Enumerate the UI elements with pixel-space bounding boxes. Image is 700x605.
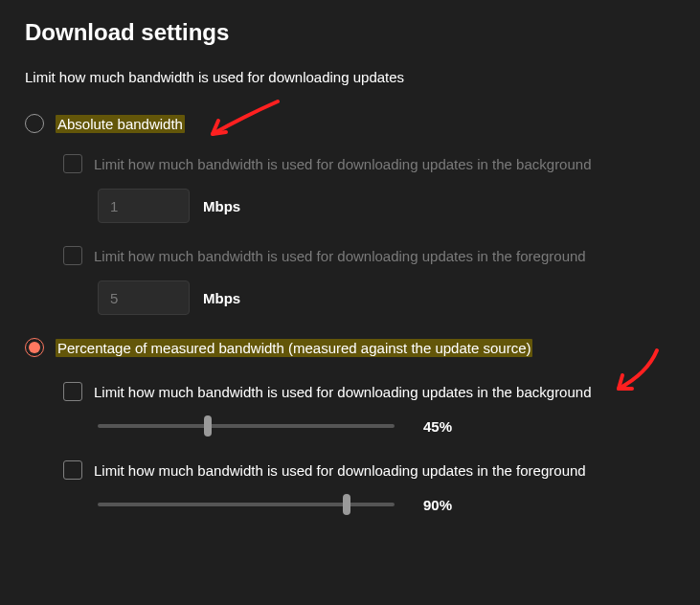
radio-percentage-row[interactable]: Percentage of measured bandwidth (measur… (25, 338, 675, 357)
slider-thumb[interactable] (204, 415, 212, 437)
absolute-fg-checkbox[interactable] (63, 246, 82, 265)
percentage-fg-label: Limit how much bandwidth is used for dow… (94, 462, 586, 479)
radio-absolute-label: Absolute bandwidth (56, 116, 185, 132)
percentage-bg-value: 45% (423, 418, 471, 435)
absolute-fg-check-row[interactable]: Limit how much bandwidth is used for dow… (63, 246, 675, 265)
percentage-fg-value: 90% (423, 497, 471, 513)
percentage-fg-slider-row: 90% (98, 495, 675, 514)
page-subtitle: Limit how much bandwidth is used for dow… (25, 69, 675, 85)
radio-absolute-row[interactable]: Absolute bandwidth (25, 114, 675, 133)
percentage-bg-slider[interactable] (98, 416, 395, 436)
percentage-bg-slider-row: 45% (98, 416, 675, 436)
percentage-subsection: Limit how much bandwidth is used for dow… (63, 382, 675, 514)
percentage-bg-label: Limit how much bandwidth is used for dow… (94, 384, 592, 400)
radio-absolute[interactable] (25, 114, 44, 133)
percentage-fg-checkbox[interactable] (63, 460, 82, 480)
absolute-bg-check-row[interactable]: Limit how much bandwidth is used for dow… (63, 154, 675, 173)
percentage-fg-slider[interactable] (98, 495, 395, 514)
slider-track (98, 424, 395, 428)
slider-thumb[interactable] (343, 494, 350, 515)
absolute-fg-unit: Mbps (203, 290, 240, 306)
percentage-bg-checkbox[interactable] (63, 382, 82, 401)
percentage-fg-check-row[interactable]: Limit how much bandwidth is used for dow… (63, 460, 675, 480)
percentage-bg-check-row[interactable]: Limit how much bandwidth is used for dow… (63, 382, 675, 401)
absolute-bg-input-row: Mbps (98, 189, 675, 223)
absolute-bg-label: Limit how much bandwidth is used for dow… (94, 156, 592, 172)
absolute-fg-label: Limit how much bandwidth is used for dow… (94, 248, 586, 264)
absolute-fg-input[interactable] (98, 280, 190, 315)
absolute-subsection: Limit how much bandwidth is used for dow… (63, 154, 675, 315)
page-title: Download settings (25, 19, 675, 46)
absolute-bg-input[interactable] (98, 189, 190, 223)
radio-percentage[interactable] (25, 338, 44, 357)
absolute-bg-checkbox[interactable] (63, 154, 82, 173)
radio-percentage-label: Percentage of measured bandwidth (measur… (56, 340, 532, 356)
absolute-fg-input-row: Mbps (98, 280, 675, 315)
absolute-bg-unit: Mbps (203, 198, 240, 214)
